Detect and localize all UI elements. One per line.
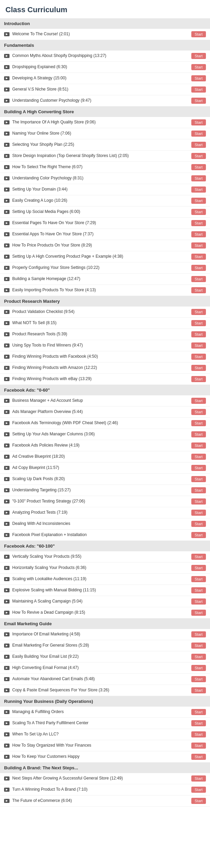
start-button-l6[interactable]: Start: [191, 98, 206, 104]
start-button-l26[interactable]: Start: [191, 342, 206, 349]
lesson-title: Store Design Inspiration (Top General Sh…: [12, 153, 129, 159]
start-button-l62[interactable]: Start: [191, 798, 206, 804]
lesson-title: Easily Importing Products To Your Store …: [12, 288, 96, 293]
start-button-l35[interactable]: Start: [191, 454, 206, 460]
start-button-l18[interactable]: Start: [191, 242, 206, 249]
start-button-l9[interactable]: Start: [191, 142, 206, 148]
start-button-l45[interactable]: Start: [191, 576, 206, 582]
start-button-l17[interactable]: Start: [191, 231, 206, 237]
start-button-l48[interactable]: Start: [191, 610, 206, 616]
video-icon: [4, 710, 10, 714]
start-button-l2[interactable]: Start: [191, 53, 206, 59]
start-button-l14[interactable]: Start: [191, 198, 206, 204]
start-button-l22[interactable]: Start: [191, 287, 206, 293]
lesson-title: Selecting Your Shopify Plan (2:25): [12, 142, 74, 147]
lesson-row: Finding Winning Products with eBay (13:2…: [0, 374, 210, 385]
start-button-l30[interactable]: Start: [191, 398, 206, 404]
lesson-row: Finding Winning Products with Facebook (…: [0, 351, 210, 362]
start-button-l3[interactable]: Start: [191, 64, 206, 70]
start-button-l49[interactable]: Start: [191, 631, 206, 637]
start-button-l40[interactable]: Start: [191, 510, 206, 516]
start-button-l51[interactable]: Start: [191, 654, 206, 660]
start-button-l21[interactable]: Start: [191, 276, 206, 282]
video-icon: [4, 188, 10, 192]
lesson-row: Maintaining A Scaling Campaign (5:04)Sta…: [0, 596, 210, 607]
video-icon: [4, 466, 10, 470]
start-button-l43[interactable]: Start: [191, 554, 206, 560]
lesson-title: Ad Copy Blueprint (11:57): [12, 465, 59, 471]
start-button-l1[interactable]: Start: [191, 31, 206, 37]
lesson-row: Scaling Up Dark Posts (8:20)Start: [0, 474, 210, 485]
video-icon: [4, 611, 10, 615]
lesson-row: Easily Creating A Logo (10:26)Start: [0, 195, 210, 206]
lesson-title: Essential Pages To Have On Your Store (7…: [12, 220, 96, 226]
lesson-title: Finding Winning Products with eBay (13:2…: [12, 376, 91, 382]
lesson-title: Welcome To The Course! (2:01): [12, 32, 70, 37]
start-button-l57[interactable]: Start: [191, 731, 206, 737]
start-button-l28[interactable]: Start: [191, 365, 206, 371]
start-button-l10[interactable]: Start: [191, 153, 206, 159]
start-button-l29[interactable]: Start: [191, 376, 206, 382]
start-button-l31[interactable]: Start: [191, 409, 206, 415]
start-button-l23[interactable]: Start: [191, 309, 206, 315]
video-icon: [4, 522, 10, 526]
video-icon: [4, 632, 10, 636]
video-icon: [4, 732, 10, 736]
start-button-l34[interactable]: Start: [191, 442, 206, 449]
start-button-l11[interactable]: Start: [191, 164, 206, 170]
lesson-row: Analyzing Product Tests (7:19)Start: [0, 507, 210, 518]
start-button-l41[interactable]: Start: [191, 521, 206, 527]
start-button-l7[interactable]: Start: [191, 119, 206, 125]
lesson-row: Managing & Fulfilling OrdersStart: [0, 707, 210, 718]
start-button-l12[interactable]: Start: [191, 175, 206, 181]
start-button-l15[interactable]: Start: [191, 209, 206, 215]
lesson-title: Maintaining A Scaling Campaign (5:04): [12, 599, 83, 604]
lesson-row: Ad Copy Blueprint (11:57)Start: [0, 462, 210, 474]
lesson-row: Common Myths About Shopify Dropshipping …: [0, 51, 210, 62]
video-icon: [4, 120, 10, 124]
start-button-l32[interactable]: Start: [191, 420, 206, 426]
start-button-l54[interactable]: Start: [191, 687, 206, 693]
start-button-l60[interactable]: Start: [191, 775, 206, 782]
start-button-l38[interactable]: Start: [191, 487, 206, 493]
video-icon: [4, 488, 10, 492]
start-button-l36[interactable]: Start: [191, 465, 206, 471]
lesson-title: Facebook Pixel Explanation + Installatio…: [12, 532, 87, 538]
start-button-l16[interactable]: Start: [191, 220, 206, 226]
start-button-l47[interactable]: Start: [191, 598, 206, 605]
start-button-l33[interactable]: Start: [191, 431, 206, 437]
lesson-row: Setting Up A High Converting Product Pag…: [0, 251, 210, 262]
start-button-l37[interactable]: Start: [191, 476, 206, 482]
start-button-l53[interactable]: Start: [191, 676, 206, 682]
start-button-l20[interactable]: Start: [191, 265, 206, 271]
start-button-l52[interactable]: Start: [191, 665, 206, 671]
start-button-l19[interactable]: Start: [191, 254, 206, 260]
start-button-l39[interactable]: Start: [191, 498, 206, 505]
start-button-l46[interactable]: Start: [191, 587, 206, 593]
video-icon: [4, 266, 10, 270]
lesson-row: Setting Up Your Ads Manager Columns (3:0…: [0, 429, 210, 440]
start-button-l25[interactable]: Start: [191, 331, 206, 337]
start-button-l42[interactable]: Start: [191, 532, 206, 538]
start-button-l50[interactable]: Start: [191, 643, 206, 649]
lesson-row: How To Revive a Dead Campaign (8:15)Star…: [0, 607, 210, 618]
start-button-l8[interactable]: Start: [191, 131, 206, 137]
lesson-title: High Converting Email Format (4:47): [12, 665, 78, 671]
start-button-l13[interactable]: Start: [191, 186, 206, 193]
video-icon: [4, 443, 10, 448]
start-button-l59[interactable]: Start: [191, 754, 206, 760]
start-button-l44[interactable]: Start: [191, 565, 206, 571]
start-button-l27[interactable]: Start: [191, 354, 206, 360]
start-button-l56[interactable]: Start: [191, 720, 206, 726]
video-icon: [4, 255, 10, 259]
video-icon: [4, 143, 10, 147]
lesson-row: Welcome To The Course! (2:01)Start: [0, 29, 210, 40]
start-button-l24[interactable]: Start: [191, 320, 206, 326]
start-button-l61[interactable]: Start: [191, 787, 206, 793]
start-button-l55[interactable]: Start: [191, 709, 206, 715]
start-button-l58[interactable]: Start: [191, 743, 206, 749]
start-button-l4[interactable]: Start: [191, 75, 206, 81]
lesson-row: Vertically Scaling Your Products (9:55)S…: [0, 551, 210, 563]
video-icon: [4, 588, 10, 592]
start-button-l5[interactable]: Start: [191, 86, 206, 93]
